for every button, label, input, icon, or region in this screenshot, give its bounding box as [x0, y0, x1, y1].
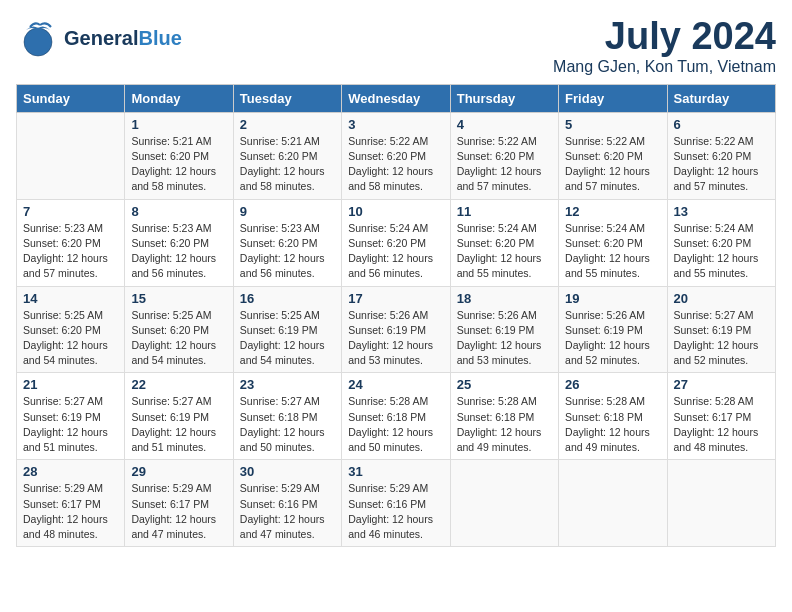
day-number: 6	[674, 117, 769, 132]
day-info: Sunrise: 5:22 AM Sunset: 6:20 PM Dayligh…	[348, 134, 443, 195]
calendar-cell: 13Sunrise: 5:24 AM Sunset: 6:20 PM Dayli…	[667, 199, 775, 286]
calendar-cell: 18Sunrise: 5:26 AM Sunset: 6:19 PM Dayli…	[450, 286, 558, 373]
header-row: SundayMondayTuesdayWednesdayThursdayFrid…	[17, 84, 776, 112]
day-number: 1	[131, 117, 226, 132]
day-number: 29	[131, 464, 226, 479]
day-number: 21	[23, 377, 118, 392]
calendar-cell: 9Sunrise: 5:23 AM Sunset: 6:20 PM Daylig…	[233, 199, 341, 286]
day-info: Sunrise: 5:21 AM Sunset: 6:20 PM Dayligh…	[240, 134, 335, 195]
logo-text-block: GeneralBlue	[64, 27, 182, 49]
day-number: 2	[240, 117, 335, 132]
day-info: Sunrise: 5:27 AM Sunset: 6:19 PM Dayligh…	[23, 394, 118, 455]
calendar-header: SundayMondayTuesdayWednesdayThursdayFrid…	[17, 84, 776, 112]
day-number: 11	[457, 204, 552, 219]
week-row-2: 7Sunrise: 5:23 AM Sunset: 6:20 PM Daylig…	[17, 199, 776, 286]
day-info: Sunrise: 5:26 AM Sunset: 6:19 PM Dayligh…	[348, 308, 443, 369]
day-number: 12	[565, 204, 660, 219]
calendar-body: 1Sunrise: 5:21 AM Sunset: 6:20 PM Daylig…	[17, 112, 776, 546]
day-number: 13	[674, 204, 769, 219]
day-info: Sunrise: 5:25 AM Sunset: 6:20 PM Dayligh…	[23, 308, 118, 369]
day-info: Sunrise: 5:25 AM Sunset: 6:19 PM Dayligh…	[240, 308, 335, 369]
calendar-cell: 29Sunrise: 5:29 AM Sunset: 6:17 PM Dayli…	[125, 460, 233, 547]
week-row-5: 28Sunrise: 5:29 AM Sunset: 6:17 PM Dayli…	[17, 460, 776, 547]
calendar-cell: 30Sunrise: 5:29 AM Sunset: 6:16 PM Dayli…	[233, 460, 341, 547]
calendar-cell: 19Sunrise: 5:26 AM Sunset: 6:19 PM Dayli…	[559, 286, 667, 373]
day-number: 16	[240, 291, 335, 306]
day-number: 14	[23, 291, 118, 306]
day-number: 8	[131, 204, 226, 219]
calendar-table: SundayMondayTuesdayWednesdayThursdayFrid…	[16, 84, 776, 547]
calendar-cell	[667, 460, 775, 547]
header-cell-sunday: Sunday	[17, 84, 125, 112]
day-info: Sunrise: 5:23 AM Sunset: 6:20 PM Dayligh…	[23, 221, 118, 282]
logo-name: GeneralBlue	[64, 27, 182, 49]
header-cell-tuesday: Tuesday	[233, 84, 341, 112]
calendar-cell	[559, 460, 667, 547]
calendar-cell: 5Sunrise: 5:22 AM Sunset: 6:20 PM Daylig…	[559, 112, 667, 199]
day-number: 22	[131, 377, 226, 392]
day-info: Sunrise: 5:29 AM Sunset: 6:17 PM Dayligh…	[23, 481, 118, 542]
day-info: Sunrise: 5:24 AM Sunset: 6:20 PM Dayligh…	[674, 221, 769, 282]
day-info: Sunrise: 5:22 AM Sunset: 6:20 PM Dayligh…	[565, 134, 660, 195]
day-number: 24	[348, 377, 443, 392]
day-number: 5	[565, 117, 660, 132]
day-info: Sunrise: 5:22 AM Sunset: 6:20 PM Dayligh…	[457, 134, 552, 195]
day-info: Sunrise: 5:29 AM Sunset: 6:17 PM Dayligh…	[131, 481, 226, 542]
logo: GeneralBlue	[16, 16, 182, 60]
main-title: July 2024	[553, 16, 776, 58]
day-info: Sunrise: 5:24 AM Sunset: 6:20 PM Dayligh…	[565, 221, 660, 282]
calendar-cell: 14Sunrise: 5:25 AM Sunset: 6:20 PM Dayli…	[17, 286, 125, 373]
calendar-cell: 27Sunrise: 5:28 AM Sunset: 6:17 PM Dayli…	[667, 373, 775, 460]
day-number: 27	[674, 377, 769, 392]
calendar-cell: 22Sunrise: 5:27 AM Sunset: 6:19 PM Dayli…	[125, 373, 233, 460]
calendar-cell: 26Sunrise: 5:28 AM Sunset: 6:18 PM Dayli…	[559, 373, 667, 460]
day-info: Sunrise: 5:28 AM Sunset: 6:18 PM Dayligh…	[565, 394, 660, 455]
calendar-cell: 21Sunrise: 5:27 AM Sunset: 6:19 PM Dayli…	[17, 373, 125, 460]
calendar-cell: 1Sunrise: 5:21 AM Sunset: 6:20 PM Daylig…	[125, 112, 233, 199]
calendar-cell: 24Sunrise: 5:28 AM Sunset: 6:18 PM Dayli…	[342, 373, 450, 460]
calendar-cell: 16Sunrise: 5:25 AM Sunset: 6:19 PM Dayli…	[233, 286, 341, 373]
title-section: July 2024 Mang GJen, Kon Tum, Vietnam	[553, 16, 776, 76]
day-number: 30	[240, 464, 335, 479]
day-number: 4	[457, 117, 552, 132]
day-number: 26	[565, 377, 660, 392]
day-info: Sunrise: 5:24 AM Sunset: 6:20 PM Dayligh…	[457, 221, 552, 282]
day-number: 20	[674, 291, 769, 306]
calendar-cell: 15Sunrise: 5:25 AM Sunset: 6:20 PM Dayli…	[125, 286, 233, 373]
day-info: Sunrise: 5:23 AM Sunset: 6:20 PM Dayligh…	[131, 221, 226, 282]
logo-blue: Blue	[138, 27, 181, 49]
header-cell-monday: Monday	[125, 84, 233, 112]
calendar-cell: 3Sunrise: 5:22 AM Sunset: 6:20 PM Daylig…	[342, 112, 450, 199]
day-number: 31	[348, 464, 443, 479]
calendar-cell: 4Sunrise: 5:22 AM Sunset: 6:20 PM Daylig…	[450, 112, 558, 199]
day-info: Sunrise: 5:29 AM Sunset: 6:16 PM Dayligh…	[348, 481, 443, 542]
calendar-cell: 8Sunrise: 5:23 AM Sunset: 6:20 PM Daylig…	[125, 199, 233, 286]
logo-icon	[16, 16, 60, 60]
day-number: 3	[348, 117, 443, 132]
subtitle: Mang GJen, Kon Tum, Vietnam	[553, 58, 776, 76]
calendar-cell	[450, 460, 558, 547]
day-info: Sunrise: 5:28 AM Sunset: 6:17 PM Dayligh…	[674, 394, 769, 455]
calendar-cell: 7Sunrise: 5:23 AM Sunset: 6:20 PM Daylig…	[17, 199, 125, 286]
week-row-1: 1Sunrise: 5:21 AM Sunset: 6:20 PM Daylig…	[17, 112, 776, 199]
day-number: 19	[565, 291, 660, 306]
day-info: Sunrise: 5:26 AM Sunset: 6:19 PM Dayligh…	[565, 308, 660, 369]
calendar-cell: 28Sunrise: 5:29 AM Sunset: 6:17 PM Dayli…	[17, 460, 125, 547]
day-info: Sunrise: 5:26 AM Sunset: 6:19 PM Dayligh…	[457, 308, 552, 369]
day-info: Sunrise: 5:25 AM Sunset: 6:20 PM Dayligh…	[131, 308, 226, 369]
header-cell-thursday: Thursday	[450, 84, 558, 112]
header-cell-saturday: Saturday	[667, 84, 775, 112]
day-number: 23	[240, 377, 335, 392]
calendar-cell: 17Sunrise: 5:26 AM Sunset: 6:19 PM Dayli…	[342, 286, 450, 373]
day-number: 28	[23, 464, 118, 479]
day-info: Sunrise: 5:27 AM Sunset: 6:19 PM Dayligh…	[674, 308, 769, 369]
calendar-cell: 12Sunrise: 5:24 AM Sunset: 6:20 PM Dayli…	[559, 199, 667, 286]
day-number: 18	[457, 291, 552, 306]
day-info: Sunrise: 5:27 AM Sunset: 6:18 PM Dayligh…	[240, 394, 335, 455]
day-info: Sunrise: 5:24 AM Sunset: 6:20 PM Dayligh…	[348, 221, 443, 282]
calendar-cell: 2Sunrise: 5:21 AM Sunset: 6:20 PM Daylig…	[233, 112, 341, 199]
calendar-cell	[17, 112, 125, 199]
calendar-cell: 11Sunrise: 5:24 AM Sunset: 6:20 PM Dayli…	[450, 199, 558, 286]
calendar-cell: 10Sunrise: 5:24 AM Sunset: 6:20 PM Dayli…	[342, 199, 450, 286]
page-header: GeneralBlue July 2024 Mang GJen, Kon Tum…	[16, 16, 776, 76]
